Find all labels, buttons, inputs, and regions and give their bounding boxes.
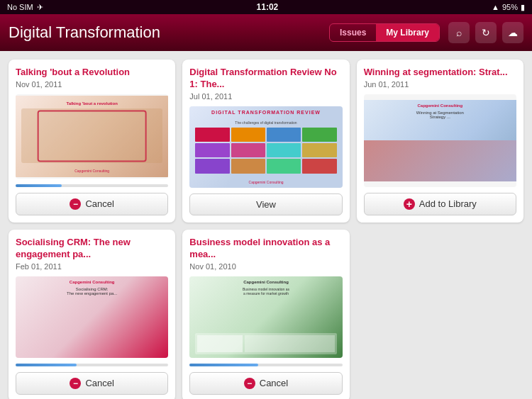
- card-dtr-date: Jul 01, 2011: [189, 92, 342, 101]
- cloud-button[interactable]: ☁: [502, 22, 523, 43]
- card-revolution-progress-fill: [16, 184, 62, 187]
- card-revolution-title: Talking 'bout a Revolution: [16, 67, 168, 79]
- tab-my-library[interactable]: My Library: [376, 24, 439, 41]
- card-crm-progress-fill: [16, 364, 77, 366]
- card-winning-add-label: Add to Library: [419, 198, 477, 209]
- thumb-crm: Capgemini Consulting Socialising CRM:The…: [16, 276, 168, 358]
- card-business-progress-fill: [189, 364, 258, 366]
- card-business-date: Nov 01, 2010: [189, 262, 342, 271]
- card-revolution-date: Nov 01, 2011: [16, 80, 168, 89]
- add-icon: +: [404, 198, 415, 210]
- card-revolution-progress-container: [16, 184, 168, 187]
- signal-icon: ✈: [37, 3, 43, 12]
- cancel-icon: −: [70, 198, 81, 210]
- thumb-business: Capgemini Consulting Business model inno…: [189, 276, 342, 358]
- tab-group: Issues My Library: [329, 23, 440, 42]
- card-business: Business model innovation as a mea... No…: [182, 230, 349, 399]
- cancel-icon-crm: −: [70, 378, 81, 389]
- card-dtr-view-button[interactable]: View: [189, 193, 342, 215]
- status-time: 11:02: [257, 2, 279, 12]
- card-winning-date: Jun 01, 2011: [364, 80, 516, 89]
- card-business-title: Business model innovation as a mea...: [189, 237, 342, 261]
- status-left: No SIM ✈: [7, 3, 43, 12]
- search-icon: ⌕: [456, 27, 462, 38]
- card-business-image: Capgemini Consulting Business model inno…: [189, 276, 342, 358]
- battery-icon: ▮: [521, 3, 525, 12]
- card-dtr-title: Digital Transformation Review No 1: The.…: [189, 67, 342, 91]
- card-dtr: Digital Transformation Review No 1: The.…: [182, 60, 349, 223]
- card-revolution-cancel-label: Cancel: [85, 198, 113, 209]
- card-business-progress-container: [189, 364, 342, 366]
- status-right: ▲ 95% ▮: [492, 3, 525, 12]
- card-crm-image: Capgemini Consulting Socialising CRM:The…: [16, 276, 168, 358]
- search-button[interactable]: ⌕: [448, 22, 470, 43]
- header: Digital Transformation Issues My Library…: [0, 14, 532, 51]
- card-crm: Socialising CRM: The new engagement pa..…: [9, 230, 175, 399]
- card-revolution-image: Talking 'bout a revolution Capgemini Con…: [16, 94, 168, 179]
- thumb-winning: Capgemini Consulting Winning at Segmenta…: [364, 100, 516, 181]
- card-dtr-image: DIGITAL TRANSFORMATION REVIEW The challe…: [189, 106, 342, 188]
- thumb-revolution: Talking 'bout a revolution Capgemini Con…: [16, 96, 168, 177]
- tab-issues[interactable]: Issues: [330, 24, 376, 41]
- page-title: Digital Transformation: [9, 23, 329, 42]
- carrier-label: No SIM: [7, 3, 33, 11]
- card-crm-progress-container: [16, 364, 168, 366]
- content-grid: Talking 'bout a Revolution Nov 01, 2011 …: [0, 51, 532, 399]
- card-winning: Winning at segmentation: Strat... Jun 01…: [357, 60, 523, 223]
- card-business-cancel-label: Cancel: [260, 378, 288, 388]
- wifi-icon: ▲: [492, 3, 499, 11]
- cancel-icon-business: −: [244, 378, 255, 389]
- cloud-icon: ☁: [508, 27, 518, 38]
- card-winning-image: Capgemini Consulting Winning at Segmenta…: [364, 94, 516, 187]
- card-winning-title: Winning at segmentation: Strat...: [364, 67, 516, 79]
- refresh-button[interactable]: ↻: [475, 22, 497, 43]
- battery-label: 95%: [502, 3, 518, 11]
- card-crm-title: Socialising CRM: The new engagement pa..…: [16, 237, 168, 261]
- refresh-icon: ↻: [482, 27, 490, 38]
- card-crm-cancel-button[interactable]: − Cancel: [16, 372, 168, 395]
- status-bar: No SIM ✈ 11:02 ▲ 95% ▮: [0, 0, 532, 14]
- card-revolution-cancel-button[interactable]: − Cancel: [16, 193, 168, 215]
- card-crm-date: Feb 01, 2011: [16, 262, 168, 271]
- card-winning-add-button[interactable]: + Add to Library: [364, 193, 516, 215]
- thumb-dtr: DIGITAL TRANSFORMATION REVIEW The challe…: [189, 106, 342, 188]
- card-revolution: Talking 'bout a Revolution Nov 01, 2011 …: [9, 60, 175, 223]
- header-icons: ⌕ ↻ ☁: [448, 22, 523, 43]
- card-crm-cancel-label: Cancel: [85, 378, 113, 388]
- card-business-cancel-button[interactable]: − Cancel: [189, 372, 342, 395]
